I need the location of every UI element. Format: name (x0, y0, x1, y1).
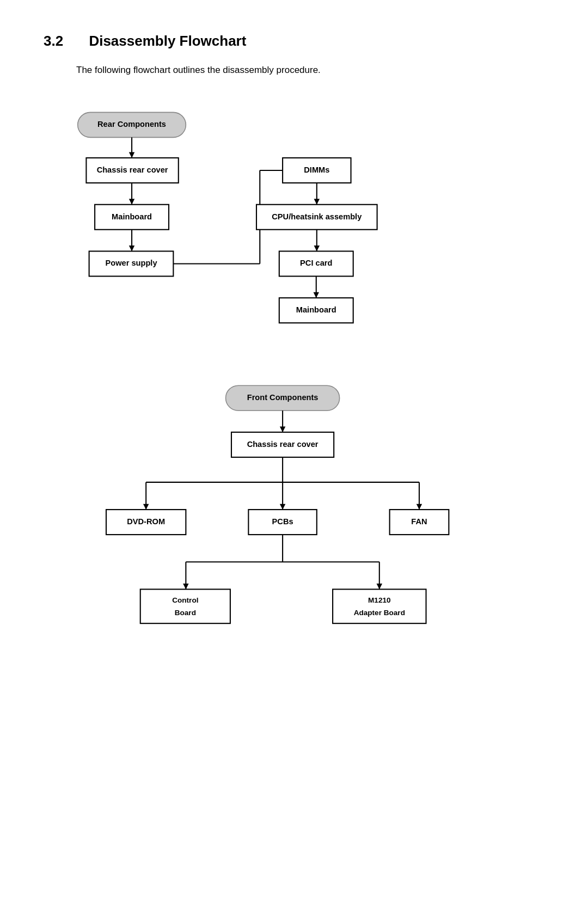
flowchart-area: Rear Components Chassis rear cover Mainb… (44, 95, 544, 904)
svg-marker-8 (129, 246, 134, 251)
svg-marker-21 (314, 292, 319, 298)
flowchart-svg: Rear Components Chassis rear cover Mainb… (44, 95, 544, 904)
svg-marker-25 (280, 426, 285, 432)
svg-marker-34 (416, 504, 422, 510)
chassis-rear-cover2-label: Chassis rear cover (247, 440, 318, 449)
power-supply-label: Power supply (105, 259, 157, 267)
svg-marker-18 (314, 246, 320, 251)
mainboard-left-label: Mainboard (112, 212, 152, 221)
svg-rect-44 (140, 589, 230, 623)
svg-marker-2 (129, 152, 134, 158)
control-board-label: Control (172, 596, 198, 604)
section-heading: Disassembly Flowchart (89, 33, 246, 49)
svg-marker-32 (280, 504, 285, 510)
svg-marker-5 (129, 199, 134, 204)
svg-text:Board: Board (175, 609, 196, 617)
intro-text: The following flowchart outlines the dis… (76, 65, 544, 76)
svg-text:Adapter Board: Adapter Board (354, 609, 405, 617)
pci-card-label: PCI card (300, 259, 332, 267)
fan-label: FAN (411, 517, 427, 526)
section-title: 3.2 Disassembly Flowchart (44, 33, 544, 50)
chassis-rear-cover-label: Chassis rear cover (97, 165, 168, 174)
pcbs-label: PCBs (272, 517, 293, 526)
svg-rect-46 (333, 589, 426, 623)
section-number: 3.2 (44, 33, 63, 49)
rear-components-label: Rear Components (97, 120, 166, 128)
svg-marker-43 (377, 584, 382, 589)
svg-marker-41 (183, 584, 188, 589)
m1210-label: M1210 (368, 596, 391, 604)
cpu-heatsink-label: CPU/heatsink assembly (272, 212, 362, 221)
dimms-label: DIMMs (304, 165, 329, 174)
front-components-label: Front Components (247, 393, 318, 402)
svg-marker-15 (314, 199, 320, 204)
dvd-rom-label: DVD-ROM (127, 517, 165, 526)
svg-marker-30 (143, 504, 149, 510)
mainboard-right-label: Mainboard (296, 305, 336, 314)
page: 3.2 Disassembly Flowchart The following … (0, 0, 588, 920)
